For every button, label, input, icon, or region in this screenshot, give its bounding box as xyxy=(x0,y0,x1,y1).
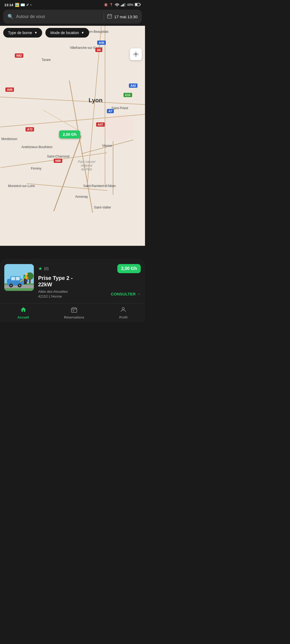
city-label-montbrison: Montbrison xyxy=(1,137,17,141)
station-price-badge: 2,00 €/h xyxy=(117,264,141,273)
station-image xyxy=(4,264,34,291)
battery-icon xyxy=(135,3,141,7)
type-filter-label: Type de borne xyxy=(8,31,32,35)
search-bar[interactable]: 🔍 Autour de vous 17 mai 13:30 xyxy=(3,10,142,24)
location-text: Autour de vous xyxy=(16,14,45,19)
svg-rect-7 xyxy=(140,4,141,5)
bottom-navigation: Accueil Réservations Profil xyxy=(0,303,145,322)
date-text: 17 mai 13:30 xyxy=(114,14,137,19)
nav-reservations[interactable]: Réservations xyxy=(64,306,84,319)
address-line1: Allée des Alouettes xyxy=(38,290,68,294)
card-header: ★ (0) 2,00 €/h xyxy=(38,264,141,273)
svg-point-13 xyxy=(134,52,138,56)
location-status-icon: 📍 xyxy=(109,3,113,7)
svg-rect-33 xyxy=(26,279,26,282)
star-icon: ★ xyxy=(38,266,42,272)
consult-button[interactable]: CONSULTER → xyxy=(111,292,141,296)
search-location[interactable]: 🔍 Autour de vous xyxy=(8,14,100,20)
notification-icons: 🖼️ ✉️ ✓ • xyxy=(15,3,31,7)
city-label-saint-vallier: Saint-Vallier xyxy=(94,206,111,209)
map-view[interactable]: Belleville-en-Beaujolais Villefranche-su… xyxy=(0,26,145,246)
highway-a7: A7 xyxy=(107,109,114,113)
svg-rect-39 xyxy=(73,310,74,311)
profile-icon xyxy=(120,306,126,314)
svg-point-29 xyxy=(25,273,28,276)
highway-a42: A42 xyxy=(129,83,137,88)
highway-a72: A72 xyxy=(26,127,34,131)
svg-point-24 xyxy=(10,285,12,286)
city-label-pilat: Parc naturelrégionaldu Pilat xyxy=(78,160,95,171)
arrow-icon: → xyxy=(137,292,141,296)
wifi-icon xyxy=(115,3,119,7)
reservations-icon xyxy=(71,306,77,314)
nav-home[interactable]: Accueil xyxy=(17,306,29,319)
svg-point-40 xyxy=(122,308,124,310)
signal-icon xyxy=(121,3,126,7)
search-icon: 🔍 xyxy=(8,14,13,20)
city-label-monistrol: Monistrol-sur-Loire xyxy=(8,184,35,188)
search-date[interactable]: 17 mai 13:30 xyxy=(107,14,137,20)
map-price-text: 2,00 €/h xyxy=(63,132,77,137)
battery-percent: 48% xyxy=(127,3,133,7)
reservations-label: Réservations xyxy=(64,316,84,319)
highway-n82: N82 xyxy=(15,53,23,58)
nav-profile[interactable]: Profil xyxy=(119,306,128,319)
mode-filter-label: Mode de location xyxy=(50,31,79,35)
svg-point-26 xyxy=(19,285,20,286)
city-label-lyon: Lyon xyxy=(89,97,103,104)
svg-rect-35 xyxy=(71,308,77,312)
svg-point-12 xyxy=(135,53,137,55)
highway-a47: A47 xyxy=(96,122,105,127)
charger-name: Prise Type 2 - 22kW xyxy=(38,275,141,288)
city-label-tarare: Tarare xyxy=(42,58,51,62)
profile-label: Profil xyxy=(119,316,128,319)
svg-rect-3 xyxy=(124,3,125,6)
card-footer: Allée des Alouettes 42152 L'Horme CONSUL… xyxy=(38,289,141,299)
map-background: Belleville-en-Beaujolais Villefranche-su… xyxy=(0,26,145,246)
highway-a46: A46 xyxy=(97,41,106,45)
search-divider xyxy=(104,13,104,20)
svg-rect-8 xyxy=(107,14,112,18)
filter-buttons: Type de borne ▼ Mode de location ▼ xyxy=(3,28,89,38)
svg-rect-30 xyxy=(26,276,27,279)
svg-rect-4 xyxy=(125,3,126,6)
city-label-annonay: Annonay xyxy=(75,195,88,199)
svg-rect-22 xyxy=(16,277,20,280)
city-label-saint-chamond: Saint-Chamond xyxy=(47,155,69,158)
city-label-saint-rambert: Saint-Rambert-d'Albon xyxy=(83,184,116,188)
address-line2: 42152 L'Horme xyxy=(38,294,62,298)
highway-n88: N88 xyxy=(54,159,62,163)
station-address: Allée des Alouettes 42152 L'Horme xyxy=(38,289,68,299)
card-content: ★ (0) 2,00 €/h Prise Type 2 - 22kW Allée… xyxy=(4,264,141,299)
city-label-andrezieux: Andrézieux-Bouthéon xyxy=(21,145,52,149)
status-bar: 13:14 🖼️ ✉️ ✓ • 🔇 📍 48% xyxy=(0,0,145,10)
time-display: 13:14 xyxy=(4,3,13,7)
svg-rect-21 xyxy=(11,277,15,280)
highway-a6: A6 xyxy=(95,48,102,52)
home-icon xyxy=(20,306,27,314)
city-label-firminy: Firminy xyxy=(31,167,41,170)
svg-rect-6 xyxy=(135,3,137,5)
highway-a89: A89 xyxy=(5,87,14,92)
map-price-marker[interactable]: 2,00 €/h xyxy=(59,130,80,138)
svg-rect-34 xyxy=(27,279,28,282)
status-indicators: 🔇 📍 48% xyxy=(104,3,141,7)
rating-count: (0) xyxy=(44,266,49,271)
city-label-vienne: Vienne xyxy=(102,144,112,148)
city-label-saint-priest: Saint-Priest xyxy=(111,106,128,110)
consult-label: CONSULTER xyxy=(111,292,136,296)
mute-icon: 🔇 xyxy=(104,3,108,7)
station-info: ★ (0) 2,00 €/h Prise Type 2 - 22kW Allée… xyxy=(38,264,141,299)
svg-rect-0 xyxy=(121,5,122,6)
svg-rect-1 xyxy=(122,5,123,6)
station-card: ★ (0) 2,00 €/h Prise Type 2 - 22kW Allée… xyxy=(0,259,145,303)
type-filter-button[interactable]: Type de borne ▼ xyxy=(3,28,42,38)
calendar-icon xyxy=(107,14,112,20)
chevron-down-icon-2: ▼ xyxy=(81,31,84,35)
svg-rect-2 xyxy=(123,4,124,6)
price-text: 2,00 €/h xyxy=(121,266,137,271)
mode-filter-button[interactable]: Mode de location ▼ xyxy=(45,28,89,38)
chevron-down-icon: ▼ xyxy=(34,31,38,35)
location-button[interactable] xyxy=(130,48,142,60)
station-rating: ★ (0) xyxy=(38,266,49,272)
